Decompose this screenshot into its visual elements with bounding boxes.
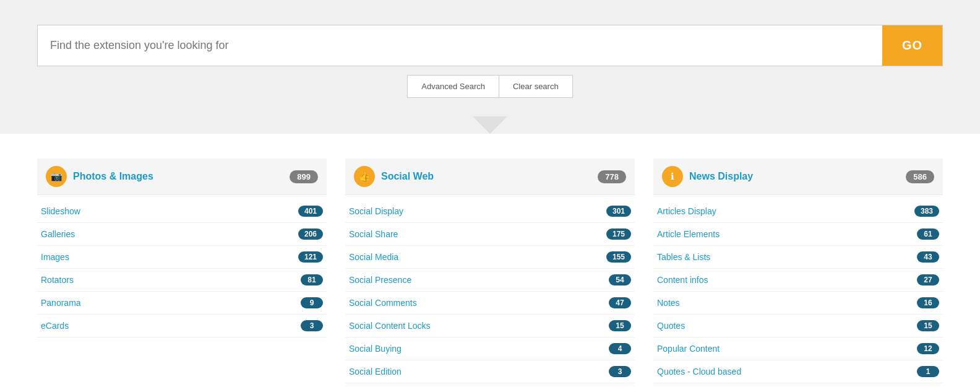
item-count-news-display-5: 15	[917, 320, 939, 331]
item-count-social-web-0: 301	[606, 206, 631, 217]
item-link-news-display-7[interactable]: Quotes - Cloud based	[657, 367, 741, 377]
category-icon-social-web: 👍	[354, 166, 375, 187]
search-input[interactable]	[38, 25, 882, 66]
category-card-photos-images: 📷Photos & Images899Slideshow401Galleries…	[37, 159, 327, 383]
search-section: GO Advanced Search Clear search	[0, 0, 980, 116]
item-link-social-web-3[interactable]: Social Presence	[349, 275, 411, 285]
list-item: Article Elements61	[653, 223, 943, 246]
search-actions: Advanced Search Clear search	[37, 75, 943, 116]
item-count-social-web-4: 47	[609, 297, 631, 308]
go-button[interactable]: GO	[882, 25, 942, 66]
list-item: Articles Display383	[653, 200, 943, 223]
list-item: Slideshow401	[37, 200, 327, 223]
categories-grid: 📷Photos & Images899Slideshow401Galleries…	[37, 159, 943, 383]
search-bar: GO	[37, 25, 943, 66]
item-link-photos-images-2[interactable]: Images	[41, 252, 69, 262]
list-item: Rotators81	[37, 269, 327, 292]
item-count-photos-images-3: 81	[301, 274, 323, 285]
list-item: Galleries206	[37, 223, 327, 246]
item-link-news-display-6[interactable]: Popular Content	[657, 344, 720, 354]
item-link-news-display-4[interactable]: Notes	[657, 298, 680, 308]
category-header-news-display: ℹNews Display586	[653, 159, 943, 195]
item-link-photos-images-5[interactable]: eCards	[41, 321, 69, 331]
category-title-news-display[interactable]: News Display	[689, 171, 753, 182]
list-item: Images121	[37, 246, 327, 269]
item-link-social-web-4[interactable]: Social Comments	[349, 298, 417, 308]
item-count-social-web-6: 4	[609, 343, 631, 354]
item-count-news-display-0: 383	[914, 206, 939, 217]
item-count-social-web-2: 155	[606, 251, 631, 263]
main-content: 📷Photos & Images899Slideshow401Galleries…	[0, 134, 980, 392]
item-link-photos-images-4[interactable]: Panorama	[41, 298, 81, 308]
item-count-news-display-1: 61	[917, 229, 939, 240]
list-item: Popular Content12	[653, 338, 943, 360]
list-item: eCards3	[37, 315, 327, 338]
item-count-photos-images-0: 401	[298, 206, 323, 217]
category-card-news-display: ℹNews Display586Articles Display383Artic…	[653, 159, 943, 383]
category-header-social-web: 👍Social Web778	[345, 159, 635, 195]
list-item: Tables & Lists43	[653, 246, 943, 269]
category-header-left-photos-images: 📷Photos & Images	[46, 166, 153, 187]
list-item: Quotes - Cloud based1	[653, 360, 943, 383]
list-item: Quotes15	[653, 315, 943, 338]
arrow-divider	[0, 116, 980, 134]
item-link-photos-images-1[interactable]: Galleries	[41, 229, 75, 239]
item-link-news-display-1[interactable]: Article Elements	[657, 229, 720, 239]
advanced-search-button[interactable]: Advanced Search	[407, 75, 499, 98]
category-icon-photos-images: 📷	[46, 166, 67, 187]
category-title-social-web[interactable]: Social Web	[381, 171, 434, 182]
item-count-social-web-1: 175	[606, 229, 631, 240]
list-item: Social Buying4	[345, 338, 635, 360]
item-link-news-display-2[interactable]: Tables & Lists	[657, 252, 710, 262]
category-count-social-web: 778	[598, 170, 626, 183]
list-item: Social Display301	[345, 200, 635, 223]
item-link-news-display-0[interactable]: Articles Display	[657, 206, 716, 216]
item-count-news-display-4: 16	[917, 297, 939, 308]
list-item: Social Media155	[345, 246, 635, 269]
category-count-photos-images: 899	[290, 170, 318, 183]
category-title-photos-images[interactable]: Photos & Images	[73, 171, 153, 182]
item-count-photos-images-2: 121	[298, 251, 323, 263]
category-header-photos-images: 📷Photos & Images899	[37, 159, 327, 195]
item-count-social-web-5: 15	[609, 320, 631, 331]
item-count-social-web-7: 3	[609, 366, 631, 377]
list-item: Social Comments47	[345, 292, 635, 315]
category-count-news-display: 586	[906, 170, 934, 183]
item-count-photos-images-5: 3	[301, 320, 323, 331]
item-link-photos-images-3[interactable]: Rotators	[41, 275, 74, 285]
item-count-news-display-3: 27	[917, 274, 939, 285]
list-item: Panorama9	[37, 292, 327, 315]
category-items-photos-images: Slideshow401Galleries206Images121Rotator…	[37, 200, 327, 338]
list-item: Social Presence54	[345, 269, 635, 292]
item-count-social-web-3: 54	[609, 274, 631, 285]
item-link-social-web-5[interactable]: Social Content Locks	[349, 321, 431, 331]
list-item: Social Edition3	[345, 360, 635, 383]
item-count-news-display-7: 1	[917, 366, 939, 377]
list-item: Notes16	[653, 292, 943, 315]
item-count-news-display-6: 12	[917, 343, 939, 354]
clear-search-button[interactable]: Clear search	[499, 75, 573, 98]
category-icon-news-display: ℹ	[662, 166, 683, 187]
item-link-social-web-2[interactable]: Social Media	[349, 252, 398, 262]
item-link-news-display-3[interactable]: Content infos	[657, 275, 708, 285]
item-link-social-web-7[interactable]: Social Edition	[349, 367, 402, 377]
item-link-social-web-0[interactable]: Social Display	[349, 206, 403, 216]
item-link-news-display-5[interactable]: Quotes	[657, 321, 685, 331]
item-link-social-web-1[interactable]: Social Share	[349, 229, 398, 239]
arrow-down-icon	[473, 116, 507, 134]
item-count-news-display-2: 43	[917, 251, 939, 263]
item-count-photos-images-4: 9	[301, 297, 323, 308]
category-header-left-social-web: 👍Social Web	[354, 166, 434, 187]
category-items-social-web: Social Display301Social Share175Social M…	[345, 200, 635, 383]
item-count-photos-images-1: 206	[298, 229, 323, 240]
category-items-news-display: Articles Display383Article Elements61Tab…	[653, 200, 943, 383]
item-link-social-web-6[interactable]: Social Buying	[349, 344, 402, 354]
item-link-photos-images-0[interactable]: Slideshow	[41, 206, 80, 216]
list-item: Social Share175	[345, 223, 635, 246]
category-card-social-web: 👍Social Web778Social Display301Social Sh…	[345, 159, 635, 383]
list-item: Content infos27	[653, 269, 943, 292]
list-item: Social Content Locks15	[345, 315, 635, 338]
category-header-left-news-display: ℹNews Display	[662, 166, 753, 187]
